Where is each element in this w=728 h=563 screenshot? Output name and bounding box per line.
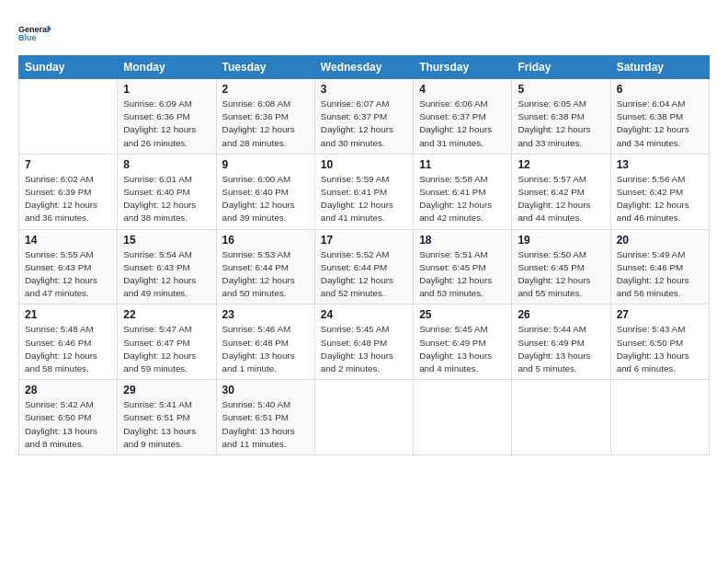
- day-info: Sunrise: 5:45 AMSunset: 6:48 PMDaylight:…: [321, 323, 407, 375]
- day-cell: 12Sunrise: 5:57 AMSunset: 6:42 PMDayligh…: [512, 154, 610, 229]
- day-info: Sunrise: 5:55 AMSunset: 6:43 PMDaylight:…: [25, 248, 111, 301]
- day-info: Sunrise: 5:57 AMSunset: 6:42 PMDaylight:…: [518, 173, 604, 225]
- page-container: General Blue SundayMondayTuesdayWednesda…: [0, 0, 728, 465]
- day-info: Sunrise: 5:53 AMSunset: 6:44 PMDaylight:…: [222, 248, 309, 301]
- day-cell: 28Sunrise: 5:42 AMSunset: 6:50 PMDayligh…: [19, 380, 118, 455]
- calendar-table: SundayMondayTuesdayWednesdayThursdayFrid…: [18, 55, 710, 455]
- day-number: 25: [419, 308, 506, 321]
- svg-text:General: General: [18, 25, 50, 34]
- day-cell: 17Sunrise: 5:52 AMSunset: 6:44 PMDayligh…: [314, 229, 413, 304]
- day-number: 14: [25, 234, 111, 247]
- day-number: 30: [222, 384, 309, 396]
- day-number: 29: [123, 384, 210, 396]
- day-cell: 14Sunrise: 5:55 AMSunset: 6:43 PMDayligh…: [19, 229, 118, 304]
- logo-svg: General Blue: [18, 17, 51, 50]
- header-row: SundayMondayTuesdayWednesdayThursdayFrid…: [19, 56, 710, 79]
- day-number: 2: [222, 83, 309, 96]
- day-number: 8: [123, 158, 210, 171]
- day-number: 21: [25, 308, 111, 321]
- day-cell: 10Sunrise: 5:59 AMSunset: 6:41 PMDayligh…: [314, 154, 413, 229]
- day-number: 12: [518, 158, 604, 171]
- day-info: Sunrise: 5:42 AMSunset: 6:50 PMDaylight:…: [25, 398, 111, 451]
- day-cell: [19, 79, 118, 155]
- day-cell: 22Sunrise: 5:47 AMSunset: 6:47 PMDayligh…: [118, 304, 216, 380]
- day-info: Sunrise: 5:48 AMSunset: 6:46 PMDaylight:…: [25, 323, 111, 375]
- day-number: 26: [518, 308, 604, 321]
- day-cell: 26Sunrise: 5:44 AMSunset: 6:49 PMDayligh…: [512, 304, 610, 380]
- day-info: Sunrise: 6:01 AMSunset: 6:40 PMDaylight:…: [123, 173, 210, 225]
- day-info: Sunrise: 6:07 AMSunset: 6:37 PMDaylight:…: [321, 98, 407, 150]
- day-info: Sunrise: 5:58 AMSunset: 6:41 PMDaylight:…: [419, 173, 506, 225]
- day-number: 28: [25, 384, 111, 396]
- day-cell: 7Sunrise: 6:02 AMSunset: 6:39 PMDaylight…: [19, 154, 118, 229]
- col-header-saturday: Saturday: [610, 56, 709, 79]
- day-cell: [512, 380, 610, 455]
- day-info: Sunrise: 6:06 AMSunset: 6:37 PMDaylight:…: [419, 98, 506, 150]
- day-number: 17: [321, 234, 407, 247]
- col-header-monday: Monday: [118, 56, 216, 79]
- svg-text:Blue: Blue: [18, 33, 37, 42]
- col-header-sunday: Sunday: [19, 56, 118, 79]
- col-header-tuesday: Tuesday: [216, 56, 314, 79]
- day-number: 24: [321, 308, 407, 321]
- day-cell: 9Sunrise: 6:00 AMSunset: 6:40 PMDaylight…: [216, 154, 314, 229]
- col-header-wednesday: Wednesday: [314, 56, 413, 79]
- day-number: 5: [518, 83, 604, 96]
- day-number: 19: [518, 234, 604, 247]
- day-number: 10: [321, 158, 407, 171]
- day-cell: [414, 380, 512, 455]
- week-row-5: 28Sunrise: 5:42 AMSunset: 6:50 PMDayligh…: [19, 380, 710, 455]
- day-info: Sunrise: 5:50 AMSunset: 6:45 PMDaylight:…: [518, 248, 604, 301]
- day-info: Sunrise: 5:52 AMSunset: 6:44 PMDaylight:…: [321, 248, 407, 301]
- day-cell: 16Sunrise: 5:53 AMSunset: 6:44 PMDayligh…: [216, 229, 314, 304]
- day-cell: 25Sunrise: 5:45 AMSunset: 6:49 PMDayligh…: [414, 304, 512, 380]
- day-info: Sunrise: 6:05 AMSunset: 6:38 PMDaylight:…: [518, 98, 604, 150]
- day-info: Sunrise: 5:41 AMSunset: 6:51 PMDaylight:…: [123, 398, 210, 451]
- day-info: Sunrise: 6:02 AMSunset: 6:39 PMDaylight:…: [25, 173, 111, 225]
- day-info: Sunrise: 5:56 AMSunset: 6:42 PMDaylight:…: [617, 173, 703, 225]
- day-cell: 13Sunrise: 5:56 AMSunset: 6:42 PMDayligh…: [610, 154, 709, 229]
- day-number: 27: [617, 308, 703, 321]
- day-cell: 18Sunrise: 5:51 AMSunset: 6:45 PMDayligh…: [414, 229, 512, 304]
- day-cell: [314, 380, 413, 455]
- day-cell: 27Sunrise: 5:43 AMSunset: 6:50 PMDayligh…: [610, 304, 709, 380]
- day-info: Sunrise: 5:43 AMSunset: 6:50 PMDaylight:…: [617, 323, 703, 375]
- day-number: 11: [419, 158, 506, 171]
- day-info: Sunrise: 6:00 AMSunset: 6:40 PMDaylight:…: [222, 173, 309, 225]
- day-cell: 29Sunrise: 5:41 AMSunset: 6:51 PMDayligh…: [118, 380, 216, 455]
- logo: General Blue: [18, 17, 51, 50]
- day-cell: 1Sunrise: 6:09 AMSunset: 6:36 PMDaylight…: [118, 79, 216, 155]
- day-info: Sunrise: 5:40 AMSunset: 6:51 PMDaylight:…: [222, 398, 309, 451]
- day-cell: 11Sunrise: 5:58 AMSunset: 6:41 PMDayligh…: [414, 154, 512, 229]
- day-cell: 20Sunrise: 5:49 AMSunset: 6:46 PMDayligh…: [610, 229, 709, 304]
- day-cell: 23Sunrise: 5:46 AMSunset: 6:48 PMDayligh…: [216, 304, 314, 380]
- day-info: Sunrise: 5:47 AMSunset: 6:47 PMDaylight:…: [123, 323, 210, 375]
- day-number: 16: [222, 234, 309, 247]
- day-cell: 3Sunrise: 6:07 AMSunset: 6:37 PMDaylight…: [314, 79, 413, 155]
- day-cell: 2Sunrise: 6:08 AMSunset: 6:36 PMDaylight…: [216, 79, 314, 155]
- day-cell: 30Sunrise: 5:40 AMSunset: 6:51 PMDayligh…: [216, 380, 314, 455]
- day-cell: 19Sunrise: 5:50 AMSunset: 6:45 PMDayligh…: [512, 229, 610, 304]
- day-cell: 24Sunrise: 5:45 AMSunset: 6:48 PMDayligh…: [314, 304, 413, 380]
- day-info: Sunrise: 5:44 AMSunset: 6:49 PMDaylight:…: [518, 323, 604, 375]
- day-info: Sunrise: 5:51 AMSunset: 6:45 PMDaylight:…: [419, 248, 506, 301]
- day-number: 18: [419, 234, 506, 247]
- day-number: 1: [123, 83, 210, 96]
- day-number: 3: [321, 83, 407, 96]
- col-header-thursday: Thursday: [414, 56, 512, 79]
- day-cell: 21Sunrise: 5:48 AMSunset: 6:46 PMDayligh…: [19, 304, 118, 380]
- day-number: 6: [617, 83, 703, 96]
- day-cell: 8Sunrise: 6:01 AMSunset: 6:40 PMDaylight…: [118, 154, 216, 229]
- day-info: Sunrise: 6:04 AMSunset: 6:38 PMDaylight:…: [617, 98, 703, 150]
- day-info: Sunrise: 6:08 AMSunset: 6:36 PMDaylight:…: [222, 98, 309, 150]
- day-number: 15: [123, 234, 210, 247]
- week-row-1: 1Sunrise: 6:09 AMSunset: 6:36 PMDaylight…: [19, 79, 710, 155]
- week-row-3: 14Sunrise: 5:55 AMSunset: 6:43 PMDayligh…: [19, 229, 710, 304]
- day-number: 20: [617, 234, 703, 247]
- day-info: Sunrise: 5:54 AMSunset: 6:43 PMDaylight:…: [123, 248, 210, 301]
- day-info: Sunrise: 5:59 AMSunset: 6:41 PMDaylight:…: [321, 173, 407, 225]
- day-cell: [610, 380, 709, 455]
- day-info: Sunrise: 5:45 AMSunset: 6:49 PMDaylight:…: [419, 323, 506, 375]
- day-info: Sunrise: 6:09 AMSunset: 6:36 PMDaylight:…: [123, 98, 210, 150]
- week-row-2: 7Sunrise: 6:02 AMSunset: 6:39 PMDaylight…: [19, 154, 710, 229]
